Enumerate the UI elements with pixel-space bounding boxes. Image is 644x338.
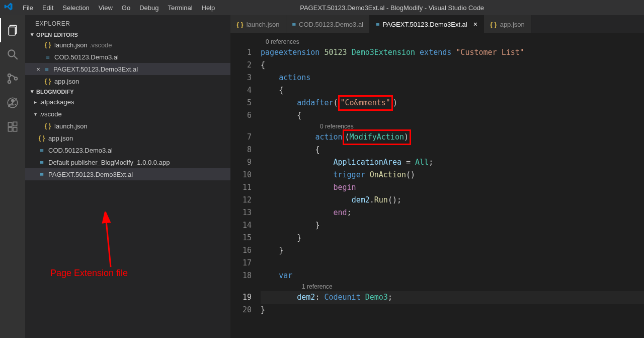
file-default-publisher-app[interactable]: ≡ Default publisher_BlogModify_1.0.0.0.a…: [25, 156, 230, 168]
source-control-icon[interactable]: [0, 66, 25, 91]
al-file-icon: ≡: [376, 21, 380, 28]
titlebar: File Edit Selection View Go Debug Termin…: [0, 0, 644, 15]
extensions-icon[interactable]: [0, 115, 25, 139]
activity-bar: [0, 15, 25, 338]
svg-point-6: [15, 77, 17, 80]
file-label: launch.json: [54, 122, 88, 130]
svg-rect-11: [8, 127, 12, 131]
editor-area: { } launch.json ≡ COD.50123.Demo3.al ≡ P…: [230, 15, 644, 338]
json-icon: { }: [236, 21, 244, 28]
chevron-down-icon: ▾: [29, 31, 35, 38]
codelens-references[interactable]: 0 references: [261, 122, 644, 131]
json-icon: { }: [43, 78, 52, 85]
menu-debug[interactable]: Debug: [135, 4, 163, 12]
chevron-right-icon: ▸: [32, 99, 38, 105]
folder-label: .alpackages: [39, 98, 74, 106]
file-meta: .vscode: [90, 41, 112, 49]
explorer-sidebar: EXPLORER ▾ OPEN EDITORS { } launch.json …: [25, 15, 230, 338]
svg-line-14: [106, 216, 111, 267]
al-file-icon: ≡: [43, 53, 52, 61]
tab-label: app.json: [500, 21, 525, 28]
json-icon: { }: [43, 122, 52, 129]
tab-app-json[interactable]: { } app.json: [484, 15, 531, 33]
line-number-gutter: 1 2 3 4 5 6 7 8 9 10 11 12 13 14 15 16 1…: [230, 37, 261, 338]
tab-pagext-demo3ext[interactable]: ≡ PAGEXT.50123.Demo3Ext.al ×: [370, 15, 484, 33]
debug-icon[interactable]: [0, 91, 25, 115]
chevron-down-icon: ▾: [32, 111, 38, 117]
workspace-header[interactable]: ▾ BLOGMODIFY: [25, 87, 230, 96]
close-icon[interactable]: ×: [473, 20, 477, 28]
annotation-label: Page Extension file: [50, 268, 128, 279]
codelens-references[interactable]: 0 references: [261, 37, 644, 46]
explorer-title: EXPLORER: [25, 15, 230, 30]
open-editors-label: OPEN EDITORS: [36, 32, 78, 38]
file-launch-json[interactable]: { } launch.json: [25, 120, 230, 132]
tab-label: PAGEXT.50123.Demo3Ext.al: [383, 21, 467, 28]
open-editor-pagext-demo3ext[interactable]: × ≡ PAGEXT.50123.Demo3Ext.al: [25, 63, 230, 75]
file-app-json[interactable]: { } app.json: [25, 132, 230, 144]
file-label: PAGEXT.50123.Demo3Ext.al: [48, 171, 133, 178]
menu-file[interactable]: File: [18, 4, 38, 12]
window-title: PAGEXT.50123.Demo3Ext.al - BlogModify - …: [219, 4, 640, 12]
svg-point-8: [12, 100, 14, 102]
svg-point-2: [8, 50, 15, 56]
svg-rect-1: [9, 27, 15, 35]
menu-edit[interactable]: Edit: [38, 4, 58, 12]
code-editor[interactable]: 1 2 3 4 5 6 7 8 9 10 11 12 13 14 15 16 1…: [230, 33, 644, 338]
al-file-icon: ≡: [37, 171, 46, 178]
file-pagext-demo3ext[interactable]: ≡ PAGEXT.50123.Demo3Ext.al: [25, 168, 230, 180]
open-editor-cod-demo3[interactable]: ≡ COD.50123.Demo3.al: [25, 51, 230, 63]
svg-point-4: [8, 74, 11, 77]
folder-alpackages[interactable]: ▸ .alpackages: [25, 96, 230, 108]
al-file-icon: ≡: [292, 21, 296, 28]
editor-tabs: { } launch.json ≡ COD.50123.Demo3.al ≡ P…: [230, 15, 644, 33]
svg-point-5: [8, 81, 11, 83]
explorer-icon[interactable]: [0, 18, 25, 42]
tab-launch-json[interactable]: { } launch.json: [230, 15, 286, 33]
tab-cod-demo3[interactable]: ≡ COD.50123.Demo3.al: [286, 15, 370, 33]
svg-rect-13: [13, 122, 17, 126]
file-label: COD.50123.Demo3.al: [48, 147, 113, 154]
menu-view[interactable]: View: [94, 4, 117, 12]
menu-go[interactable]: Go: [117, 4, 135, 12]
open-editors-header[interactable]: ▾ OPEN EDITORS: [25, 30, 230, 39]
folder-vscode[interactable]: ▾ .vscode: [25, 108, 230, 120]
menu-help[interactable]: Help: [197, 4, 220, 12]
svg-rect-10: [8, 122, 12, 126]
menu-terminal[interactable]: Terminal: [163, 4, 197, 12]
menu-selection[interactable]: Selection: [58, 4, 94, 12]
folder-label: .vscode: [39, 110, 62, 118]
codelens-references[interactable]: 1 reference: [261, 282, 644, 291]
json-icon: { }: [43, 41, 52, 48]
file-label: app.json: [48, 134, 73, 142]
file-label: app.json: [54, 78, 79, 85]
close-icon[interactable]: ×: [34, 65, 42, 73]
file-cod-demo3[interactable]: ≡ COD.50123.Demo3.al: [25, 144, 230, 156]
svg-rect-12: [13, 127, 17, 131]
open-editor-launch-json[interactable]: { } launch.json .vscode: [25, 39, 230, 51]
json-icon: { }: [37, 134, 46, 142]
open-editor-app-json[interactable]: { } app.json: [25, 75, 230, 87]
json-icon: { }: [490, 21, 497, 28]
chevron-down-icon: ▾: [29, 88, 35, 95]
svg-line-3: [14, 56, 18, 59]
al-file-icon: ≡: [37, 159, 46, 166]
code-content[interactable]: 0 references pageextension 50123 Demo3Ex…: [261, 37, 644, 338]
tab-label: launch.json: [247, 21, 280, 28]
search-icon[interactable]: [0, 42, 25, 66]
file-label: launch.json: [54, 41, 88, 49]
al-file-icon: ≡: [42, 65, 51, 73]
file-label: Default publisher_BlogModify_1.0.0.0.app: [48, 159, 170, 166]
file-label: COD.50123.Demo3.al: [54, 53, 119, 61]
annotation-arrow: [96, 212, 126, 272]
file-label: PAGEXT.50123.Demo3Ext.al: [53, 65, 138, 73]
al-file-icon: ≡: [37, 147, 46, 154]
vscode-logo-icon: [4, 2, 13, 14]
tab-label: COD.50123.Demo3.al: [299, 21, 363, 28]
workspace-label: BLOGMODIFY: [36, 89, 74, 95]
